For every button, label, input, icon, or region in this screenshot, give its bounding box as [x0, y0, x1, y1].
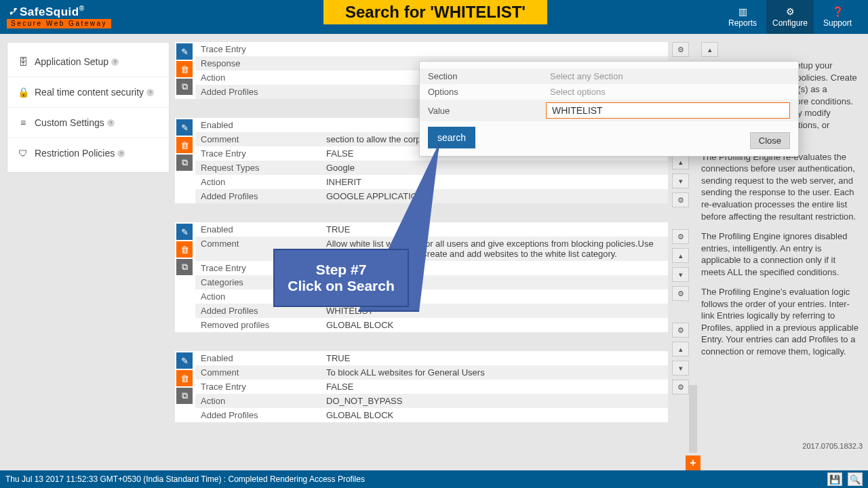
dialog-value-input[interactable]: [546, 102, 790, 119]
info-paragraph: The Profiling Engine ignores disabled en…: [701, 230, 861, 278]
nav-support[interactable]: ❓ Support: [814, 0, 861, 34]
entry-grid: EnabledTRUECommentAllow white list websi…: [195, 222, 668, 332]
move-up-button[interactable]: ▴: [672, 248, 689, 263]
entry-row-label: Request Types: [195, 161, 321, 175]
entry-row-label: Removed profiles: [195, 318, 321, 332]
callout-line1: Step #7: [316, 262, 367, 278]
entry-row: CommentTo block ALL websites for General…: [195, 365, 668, 380]
logo-reg: ®: [79, 5, 85, 12]
entry-row-label: Enabled: [195, 222, 321, 237]
copy-entry-button[interactable]: ⧉: [176, 155, 193, 171]
logo: SafeSquid® Secure Web Gateway: [7, 5, 111, 29]
move-up-button[interactable]: ▴: [672, 155, 689, 169]
entry-row-value: TRUE: [321, 222, 668, 237]
edit-entry-button[interactable]: ✎: [176, 352, 193, 369]
delete-entry-button[interactable]: 🗑: [176, 241, 193, 258]
dialog-section-label: Section: [428, 71, 550, 81]
help-dot-icon: ?: [146, 89, 154, 96]
collapse-info-button[interactable]: ▴: [701, 42, 718, 57]
sidebar-item-restriction[interactable]: 🛡 Restriction Policies ?: [7, 138, 169, 168]
entry-block: ✎🗑⧉EnabledTRUECommentTo block ALL websit…: [175, 351, 668, 422]
step-callout: Step #7 Click on Search: [273, 249, 409, 307]
entry-row: Added ProfilesGLOBAL BLOCK: [195, 408, 668, 422]
edit-entry-button[interactable]: ✎: [176, 224, 193, 240]
copy-entry-button[interactable]: ⧉: [176, 388, 193, 404]
entry-row-label: Added Profiles: [195, 189, 321, 203]
sidebar-item-app-setup[interactable]: 🗄 Application Setup ?: [7, 47, 169, 77]
entry-grid: EnabledTRUECommentTo block ALL websites …: [195, 351, 668, 422]
entry-row-label: Enabled: [195, 351, 321, 365]
dialog-close-button[interactable]: Close: [750, 132, 790, 149]
info-paragraph: The Profiling Engine's evaluation logic …: [701, 286, 861, 357]
move-up-button[interactable]: ▴: [672, 342, 689, 357]
search-icon[interactable]: 🔍: [848, 472, 863, 486]
gear-icon: ⚙: [786, 6, 795, 17]
entry-row-value: FALSE: [321, 380, 668, 394]
entry-row-label: Trace Entry: [195, 380, 321, 394]
entry-side-controls: ⚙▴▾⚙: [672, 323, 693, 394]
entry-row-label: Added Profiles: [195, 408, 321, 422]
nav-support-label: Support: [823, 18, 852, 28]
main: ✎🗑⧉Trace EntryResponseActionAdded Profil…: [175, 34, 698, 470]
entry-row: Trace EntryFALSE: [195, 380, 668, 394]
dialog-search-button[interactable]: search: [428, 127, 475, 148]
settings-button[interactable]: ⚙: [672, 229, 689, 244]
target-button[interactable]: ⚙: [672, 192, 689, 207]
delete-entry-button[interactable]: 🗑: [176, 61, 193, 77]
move-down-button[interactable]: ▾: [672, 174, 689, 188]
entry-row-label: Comment: [195, 132, 321, 146]
entry-row-value: DO_NOT_BYPASS: [321, 394, 668, 408]
sidebar-item-label: Application Setup: [35, 56, 108, 67]
settings-button[interactable]: ⚙: [672, 323, 689, 338]
move-down-button[interactable]: ▾: [672, 361, 689, 375]
body: 🗄 Application Setup ? 🔒 Real time conten…: [0, 34, 868, 470]
delete-entry-button[interactable]: 🗑: [176, 137, 193, 153]
entry-row-label: Added Profiles: [195, 85, 321, 99]
sidebar-item-label: Custom Settings: [35, 117, 104, 128]
status-text: Thu Jul 13 2017 11:52:33 GMT+0530 (India…: [5, 474, 365, 484]
entry-action-icons: ✎🗑⧉: [175, 351, 195, 422]
move-down-button[interactable]: ▾: [672, 267, 689, 282]
sidebar-item-label: Real time content security: [35, 87, 144, 98]
entry-row-value: Google: [321, 161, 668, 175]
add-entry-button[interactable]: +: [686, 455, 701, 470]
entry-row: EnabledTRUE: [195, 222, 668, 237]
nav-configure[interactable]: ⚙ Configure: [766, 0, 814, 34]
briefcase-icon: 🗄: [17, 56, 29, 67]
delete-entry-button[interactable]: 🗑: [176, 370, 193, 386]
entry-row: EnabledTRUE: [195, 351, 668, 365]
sidebar-item-realtime[interactable]: 🔒 Real time content security ?: [7, 77, 169, 108]
copy-entry-button[interactable]: ⧉: [176, 79, 193, 95]
entry-row: Added ProfilesWHITELIST: [195, 304, 668, 318]
entry-row: Trace EntryFALSE: [195, 261, 668, 275]
entry-row-value: TRUE: [321, 351, 668, 365]
dialog-section-select[interactable]: Select any Section: [550, 71, 790, 81]
entry-row-value: GLOBAL BLOCK: [321, 318, 668, 332]
title-banner: Search for 'WHITELIST': [323, 0, 547, 24]
entry-row-label: Comment: [195, 365, 321, 380]
edit-entry-button[interactable]: ✎: [176, 119, 193, 136]
brand: SafeSquid: [20, 5, 79, 18]
scrollbar[interactable]: [689, 385, 697, 453]
help-dot-icon: ?: [111, 58, 119, 66]
lock-icon: 🔒: [17, 87, 29, 98]
save-icon[interactable]: 💾: [827, 472, 842, 486]
entry-row-label: Action: [195, 175, 321, 189]
nav-reports[interactable]: ▥ Reports: [719, 0, 766, 34]
target-button[interactable]: ⚙: [672, 286, 689, 301]
target-button[interactable]: ⚙: [672, 380, 689, 394]
entry-row-value: To block ALL websites for General Users: [321, 365, 668, 380]
entry-row: Categorieswhitelist: [195, 275, 668, 289]
entry-row-label: Action: [195, 394, 321, 408]
entry-row-label: Enabled: [195, 118, 321, 132]
sidebar: 🗄 Application Setup ? 🔒 Real time conten…: [0, 34, 175, 470]
sidebar-item-custom[interactable]: ≡ Custom Settings ?: [7, 108, 169, 138]
entry-side-controls: ⚙▴▾⚙: [672, 229, 693, 301]
copy-entry-button[interactable]: ⧉: [176, 259, 193, 275]
help-dot-icon: ?: [107, 119, 115, 127]
entry-row: Trace Entry: [195, 42, 668, 56]
edit-entry-button[interactable]: ✎: [176, 43, 193, 60]
settings-button[interactable]: ⚙: [672, 42, 689, 57]
dialog-options-select[interactable]: Select options: [550, 87, 790, 97]
sidebar-card: 🗄 Application Setup ? 🔒 Real time conten…: [7, 42, 170, 173]
